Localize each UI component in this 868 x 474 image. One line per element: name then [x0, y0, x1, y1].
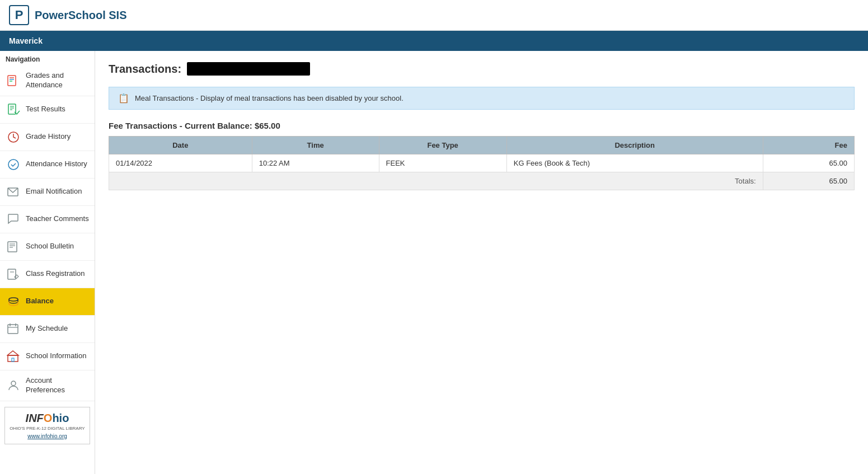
col-fee: Fee	[763, 137, 854, 154]
cell-time: 10:22 AM	[252, 154, 379, 172]
logo-icon: P	[9, 5, 29, 25]
cell-description: KG Fees (Book & Tech)	[506, 154, 763, 172]
cell-date: 01/14/2022	[109, 154, 252, 172]
student-name: Maverick	[9, 36, 43, 45]
test-results-icon	[6, 102, 21, 118]
sidebar-item-grades-attendance[interactable]: Grades and Attendance	[0, 65, 95, 96]
fee-table: Date Time Fee Type Description Fee 01/14…	[109, 136, 855, 190]
attendance-history-icon	[6, 157, 21, 172]
col-fee-type: Fee Type	[379, 137, 506, 154]
svg-marker-23	[7, 351, 18, 355]
sidebar-item-class-registration[interactable]: Class Registration	[0, 261, 95, 288]
main-content: Transactions: 📋 Meal Transactions - Disp…	[95, 51, 868, 474]
svg-rect-11	[8, 242, 17, 252]
page-title: Transactions:	[109, 62, 855, 76]
meal-notice: 📋 Meal Transactions - Display of meal tr…	[109, 87, 855, 110]
cell-fee: 65.00	[763, 154, 854, 172]
account-preferences-icon	[6, 378, 21, 393]
table-row: 01/14/2022 10:22 AM FEEK KG Fees (Book &…	[109, 154, 855, 172]
sidebar-label-balance: Balance	[26, 297, 54, 306]
totals-label: Totals:	[109, 172, 763, 190]
svg-point-17	[9, 298, 18, 301]
svg-rect-24	[12, 358, 14, 362]
svg-rect-15	[8, 269, 16, 279]
sidebar-label-class-registration: Class Registration	[26, 269, 85, 279]
svg-point-9	[8, 159, 18, 170]
sidebar-label-attendance-history: Attendance History	[26, 159, 87, 169]
totals-row: Totals: 65.00	[109, 172, 855, 190]
teacher-comments-icon	[6, 212, 21, 227]
meal-notice-text: Meal Transactions - Display of meal tran…	[135, 94, 403, 102]
sidebar-item-teacher-comments[interactable]: Teacher Comments	[0, 206, 95, 233]
grades-attendance-icon	[6, 73, 21, 88]
infohio-box: INFOhio OHIO'S PRE-K-12 DIGITAL LIBRARY …	[4, 407, 90, 444]
nav-bar: Maverick	[0, 31, 868, 51]
grade-history-icon	[6, 129, 21, 145]
sidebar-label-school-bulletin: School Bulletin	[26, 242, 74, 251]
sidebar-label-school-information: School Information	[26, 351, 86, 361]
nav-label: Navigation	[0, 51, 95, 65]
sidebar-label-my-schedule: My Schedule	[26, 324, 68, 334]
redacted-name	[187, 62, 310, 76]
col-date: Date	[109, 137, 252, 154]
sidebar-label-account-preferences: Account Preferences	[26, 376, 89, 395]
sidebar-label-teacher-comments: Teacher Comments	[26, 214, 89, 224]
app-header: P PowerSchool SIS	[0, 0, 868, 31]
email-notification-icon	[6, 184, 21, 200]
school-bulletin-icon	[6, 239, 21, 255]
infohio-title: INFOhio	[10, 412, 85, 425]
main-layout: Navigation Grades and Attendance	[0, 51, 868, 474]
sidebar-item-grade-history[interactable]: Grade History	[0, 124, 95, 151]
infohio-subtitle: OHIO'S PRE-K-12 DIGITAL LIBRARY	[10, 426, 85, 431]
svg-rect-0	[8, 76, 16, 86]
sidebar-item-balance[interactable]: Balance	[0, 288, 95, 316]
sidebar-item-school-bulletin[interactable]: School Bulletin	[0, 233, 95, 261]
sidebar-label-grade-history: Grade History	[26, 132, 71, 142]
class-registration-icon	[6, 266, 21, 282]
balance-icon	[6, 294, 21, 309]
my-schedule-icon	[6, 321, 21, 337]
sidebar-item-test-results[interactable]: Test Results	[0, 96, 95, 124]
sidebar-item-attendance-history[interactable]: Attendance History	[0, 151, 95, 179]
sidebar-label-grades-attendance: Grades and Attendance	[26, 71, 89, 90]
app-title: PowerSchool SIS	[35, 9, 126, 22]
svg-point-25	[11, 381, 16, 386]
col-description: Description	[506, 137, 763, 154]
fee-section-title: Fee Transactions - Current Balance: $65.…	[109, 121, 855, 130]
infohio-link[interactable]: www.infohio.org	[10, 433, 85, 439]
meal-notice-icon: 📋	[118, 93, 129, 104]
sidebar-item-school-information[interactable]: School Information	[0, 343, 95, 370]
sidebar-label-email-notification: Email Notification	[26, 187, 82, 196]
cell-fee-type: FEEK	[379, 154, 506, 172]
svg-rect-18	[8, 325, 18, 334]
sidebar-item-my-schedule[interactable]: My Schedule	[0, 316, 95, 343]
totals-fee: 65.00	[763, 172, 854, 190]
svg-rect-4	[8, 104, 16, 114]
col-time: Time	[252, 137, 379, 154]
table-header-row: Date Time Fee Type Description Fee	[109, 137, 855, 154]
sidebar: Navigation Grades and Attendance	[0, 51, 95, 474]
sidebar-item-email-notification[interactable]: Email Notification	[0, 179, 95, 206]
school-information-icon	[6, 349, 21, 364]
sidebar-label-test-results: Test Results	[26, 105, 65, 114]
sidebar-item-account-preferences[interactable]: Account Preferences	[0, 370, 95, 401]
